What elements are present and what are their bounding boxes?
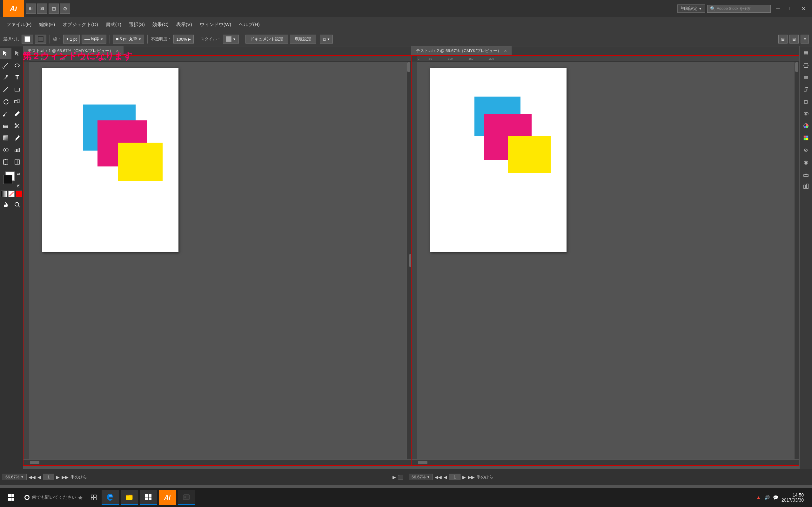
menu-type[interactable]: 書式(T) xyxy=(103,20,124,29)
scale-tool[interactable] xyxy=(11,96,23,107)
stock-search-box[interactable]: 🔍 Adobe Stock を検索 xyxy=(707,5,771,13)
next-btn-w1[interactable]: ▶ xyxy=(56,474,60,480)
color-squares[interactable]: ⇄ ◩ xyxy=(3,172,20,187)
more-box[interactable]: ≡ xyxy=(801,35,809,44)
artboard-tool[interactable] xyxy=(0,156,11,168)
cortana-search[interactable]: 何でも聞いてください xyxy=(21,491,86,504)
window1-tab[interactable]: テスト.ai：1 @ 66.67%（CMYK/プレビュー） ✕ xyxy=(23,46,124,55)
env-settings-button[interactable]: 環境設定 xyxy=(290,35,316,44)
window2-tab-close[interactable]: ✕ xyxy=(504,49,507,53)
magic-wand-tool[interactable] xyxy=(0,60,11,71)
extra-settings-box[interactable]: ⧉ ▼ xyxy=(320,35,333,44)
artboards-icon[interactable] xyxy=(801,60,811,70)
swap-colors-icon[interactable]: ⇄ xyxy=(17,172,20,176)
window1-canvas-wrapper[interactable] xyxy=(29,62,411,459)
brush-size-box[interactable]: 5 pt. 丸筆 ▼ xyxy=(113,35,144,44)
style-box[interactable]: ▼ xyxy=(223,35,239,44)
close-button[interactable]: ✕ xyxy=(798,3,809,14)
action-center-icon[interactable]: 💬 xyxy=(773,495,778,500)
scissors-tool[interactable] xyxy=(11,120,23,131)
lasso-tool[interactable] xyxy=(11,60,23,71)
eraser-tool[interactable] xyxy=(0,120,11,131)
rectangle-tool[interactable] xyxy=(11,84,23,95)
arrange-windows-box[interactable]: ⊞ xyxy=(778,35,788,44)
blend-tool[interactable] xyxy=(0,144,11,156)
show-desktop-button[interactable] xyxy=(807,491,809,504)
task-view-button[interactable] xyxy=(88,491,100,504)
transform-icon[interactable] xyxy=(801,84,811,95)
menu-view[interactable]: 表示(V) xyxy=(173,20,195,29)
arrange-icon[interactable]: ⚙ xyxy=(60,3,70,14)
zoom-selector-w1[interactable]: 66.67% ▼ xyxy=(3,474,27,480)
prev-btn-w1[interactable]: ◀ xyxy=(38,474,41,480)
taskbar-time[interactable]: 14:50 2017/03/30 xyxy=(782,492,804,503)
next-btn-w2[interactable]: ▶ xyxy=(462,474,466,480)
start-button[interactable] xyxy=(3,491,19,504)
color-icon[interactable] xyxy=(801,121,811,131)
zoom-selector-w2[interactable]: 66.67% ▼ xyxy=(409,474,433,480)
ai-taskbar-icon[interactable]: Ai xyxy=(159,490,176,505)
page-input-w2[interactable]: 1 xyxy=(449,474,460,480)
rotate-tool[interactable] xyxy=(0,96,11,107)
chart-tool[interactable] xyxy=(11,144,23,156)
explorer-taskbar-icon[interactable] xyxy=(121,490,138,505)
maximize-button[interactable]: □ xyxy=(785,3,796,14)
opacity-value-box[interactable]: 100% ▶ xyxy=(173,35,193,44)
prev-btn-w2[interactable]: ◀ xyxy=(444,474,447,480)
menu-effect[interactable]: 効果(C) xyxy=(149,20,172,29)
stroke-panel-icon[interactable]: ⊘ xyxy=(801,145,811,155)
grid-icon[interactable]: ⊞ xyxy=(49,3,59,14)
eyedropper-tool[interactable] xyxy=(11,132,23,144)
properties-icon[interactable] xyxy=(801,72,811,82)
windows-taskbar-icon[interactable] xyxy=(140,490,157,505)
gradient-tool[interactable] xyxy=(0,132,11,144)
pen-tool[interactable] xyxy=(0,72,11,83)
stock-icon[interactable]: St xyxy=(37,3,47,14)
window2-canvas-wrapper[interactable] xyxy=(417,62,799,459)
window2-vscroll[interactable] xyxy=(794,62,799,459)
stroke-color-black[interactable] xyxy=(3,175,12,184)
paintbrush-tool[interactable] xyxy=(0,108,11,119)
swatches-icon[interactable] xyxy=(801,133,811,143)
default-colors-icon[interactable]: ◩ xyxy=(17,184,20,187)
play-btn-w1[interactable]: ▶ xyxy=(392,474,396,480)
next-page-btn-w2[interactable]: ▶▶ xyxy=(468,474,475,480)
prev-page-btn-w1[interactable]: ◀◀ xyxy=(28,474,36,480)
hand-tool[interactable] xyxy=(0,199,11,210)
slice-tool[interactable] xyxy=(11,156,23,168)
gradient-swatch[interactable] xyxy=(1,190,7,197)
libraries-icon[interactable] xyxy=(801,181,811,191)
stroke-value-box[interactable]: ⬆ 1 pt xyxy=(63,35,80,44)
menu-edit[interactable]: 編集(E) xyxy=(36,20,58,29)
window2-hscroll[interactable] xyxy=(412,459,799,465)
bridge-icon[interactable]: Br xyxy=(26,3,36,14)
select-tool[interactable] xyxy=(0,48,11,59)
next-page-btn-w1[interactable]: ▶▶ xyxy=(62,474,69,480)
network-icon[interactable]: 🔺 xyxy=(756,495,761,500)
volume-icon[interactable]: 🔊 xyxy=(764,495,770,500)
game-taskbar-icon[interactable] xyxy=(178,490,195,505)
direct-select-tool[interactable] xyxy=(11,48,23,59)
align-icon[interactable]: ⊟ xyxy=(801,97,811,107)
minimize-button[interactable]: ─ xyxy=(772,3,784,14)
pencil-tool[interactable] xyxy=(11,108,23,119)
layers-icon[interactable] xyxy=(801,48,811,58)
pathfinder-icon[interactable] xyxy=(801,109,811,119)
doc-settings-button[interactable]: ドキュメント設定 xyxy=(245,35,288,44)
menu-help[interactable]: ヘルプ(H) xyxy=(236,20,263,29)
page-input-w1[interactable]: 1 xyxy=(43,474,54,480)
fill-color-box[interactable] xyxy=(21,35,33,44)
menu-select[interactable]: 選択(S) xyxy=(126,20,148,29)
window1-hscroll[interactable] xyxy=(23,459,411,465)
line-tool[interactable] xyxy=(0,84,11,95)
stroke-color-box[interactable] xyxy=(35,35,46,44)
stroke-style-box[interactable]: — 均等 ▼ xyxy=(82,35,106,44)
menu-file[interactable]: ファイル(F) xyxy=(3,20,35,29)
window2-tab[interactable]: テスト.ai：2 @ 66.67%（CMYK/プレビュー） ✕ xyxy=(411,46,512,55)
red-swatch[interactable] xyxy=(16,190,22,197)
zoom-tool[interactable] xyxy=(11,199,23,210)
window1-tab-close[interactable]: ✕ xyxy=(116,49,119,53)
none-swatch[interactable] xyxy=(8,190,15,197)
appearance-icon[interactable]: ◉ xyxy=(801,157,811,167)
stop-btn-w1[interactable]: ⬛ xyxy=(398,474,403,480)
